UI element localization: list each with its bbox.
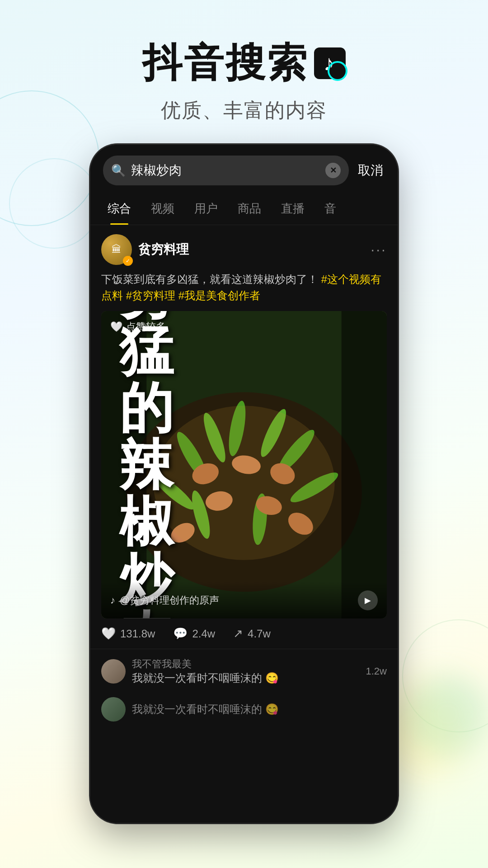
like-count: 131.8w <box>120 627 155 640</box>
comment-preview-row-2: 我就没一次看时不咽唾沫的 😋 <box>90 693 398 725</box>
like-icon: 🤍 <box>101 627 116 641</box>
search-icon: 🔍 <box>111 164 126 178</box>
commenter-avatar <box>101 659 126 684</box>
tab-video[interactable]: 视频 <box>141 193 184 225</box>
share-stat[interactable]: ↗ 4.7w <box>233 627 271 641</box>
commenter-avatar-2 <box>101 697 126 722</box>
verified-badge: ✓ <box>123 256 133 266</box>
tab-product[interactable]: 商品 <box>228 193 271 225</box>
tiktok-note-icon: ♪ <box>324 51 336 75</box>
post-description: 下饭菜到底有多凶猛，就看这道辣椒炒肉了！ #这个视频有点料 #贫穷料理 #我是美… <box>101 271 387 304</box>
tabs-row: 综合 视频 用户 商品 直播 音 <box>90 193 398 225</box>
bg-decoration-circle-2 <box>9 158 99 249</box>
clear-search-button[interactable]: ✕ <box>325 163 341 178</box>
header-subtitle: 优质、丰富的内容 <box>0 97 488 124</box>
comment-preview-row: 我不管我最美 我就没一次看时不咽唾沫的 😋 1.2w <box>90 649 398 693</box>
phone-mockup: 🔍 辣椒炒肉 ✕ 取消 综合 视频 用户 商品 <box>90 145 398 823</box>
share-icon: ↗ <box>233 627 243 641</box>
comment-count-badge: 1.2w <box>366 665 387 677</box>
search-bar-row: 🔍 辣椒炒肉 ✕ 取消 <box>90 145 398 193</box>
like-stat[interactable]: 🤍 131.8w <box>101 627 155 641</box>
play-button[interactable]: ▶ <box>358 590 378 610</box>
comment-text: 我就没一次看时不咽唾沫的 😋 <box>132 671 360 685</box>
search-input-box[interactable]: 🔍 辣椒炒肉 ✕ <box>103 156 349 185</box>
tab-live[interactable]: 直播 <box>271 193 314 225</box>
video-bottom-bar: ♪ @贫穷料理创作的原声 ▶ <box>101 581 387 618</box>
app-title-text: 抖音搜索 <box>142 36 309 90</box>
comment-count: 2.4w <box>192 627 215 640</box>
app-title-row: 抖音搜索 ♪ <box>0 36 488 90</box>
phone-outer: 🔍 辣椒炒肉 ✕ 取消 综合 视频 用户 商品 <box>90 145 398 823</box>
search-query-text: 辣椒炒肉 <box>131 162 320 179</box>
post-header: 🏛 ✓ 贫穷料理 ··· <box>101 234 387 265</box>
cancel-search-button[interactable]: 取消 <box>356 158 385 183</box>
share-count: 4.7w <box>248 627 271 640</box>
comment-content: 我不管我最美 我就没一次看时不咽唾沫的 😋 <box>132 657 360 685</box>
bg-blob-green <box>407 674 488 755</box>
post-card: 🏛 ✓ 贫穷料理 ··· 下饭菜到底有多凶猛，就看这道辣椒炒肉了！ #这个视频有… <box>90 225 398 618</box>
tab-comprehensive[interactable]: 综合 <box>98 193 141 225</box>
comment-stat[interactable]: 💬 2.4w <box>173 627 215 641</box>
comment-icon: 💬 <box>173 627 188 641</box>
more-options-button[interactable]: ··· <box>371 241 387 258</box>
stats-row: 🤍 131.8w 💬 2.4w ↗ 4.7w <box>90 618 398 649</box>
commenter-name: 我不管我最美 <box>132 657 360 671</box>
post-user[interactable]: 🏛 ✓ 贫穷料理 <box>101 234 189 265</box>
tiktok-logo-small: ♪ <box>110 594 115 606</box>
video-text-overlay: 勇猛的辣椒炒肉 <box>101 311 387 618</box>
video-source: ♪ @贫穷料理创作的原声 <box>110 594 219 607</box>
username: 贫穷料理 <box>138 241 189 258</box>
content-area: 🏛 ✓ 贫穷料理 ··· 下饭菜到底有多凶猛，就看这道辣椒炒肉了！ #这个视频有… <box>90 225 398 823</box>
video-thumbnail[interactable]: 🤍 点赞较多 勇猛的辣椒炒肉 <box>101 311 387 618</box>
tiktok-icon: ♪ <box>314 47 346 79</box>
video-overlay-text: 勇猛的辣椒炒肉 <box>119 311 171 618</box>
tab-user[interactable]: 用户 <box>184 193 228 225</box>
comment-content-2: 我就没一次看时不咽唾沫的 😋 <box>132 702 387 717</box>
phone-screen: 🔍 辣椒炒肉 ✕ 取消 综合 视频 用户 商品 <box>90 145 398 823</box>
comment-text-2: 我就没一次看时不咽唾沫的 😋 <box>132 702 387 717</box>
tab-audio[interactable]: 音 <box>314 193 346 225</box>
header-section: 抖音搜索 ♪ 优质、丰富的内容 <box>0 0 488 142</box>
avatar-wrapper: 🏛 ✓ <box>101 234 132 265</box>
